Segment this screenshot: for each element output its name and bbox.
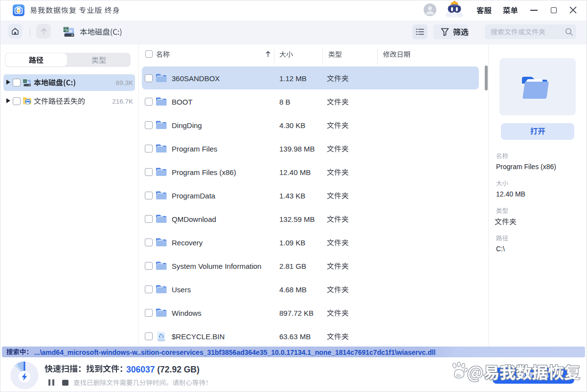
svg-text:du: du: [456, 373, 461, 378]
